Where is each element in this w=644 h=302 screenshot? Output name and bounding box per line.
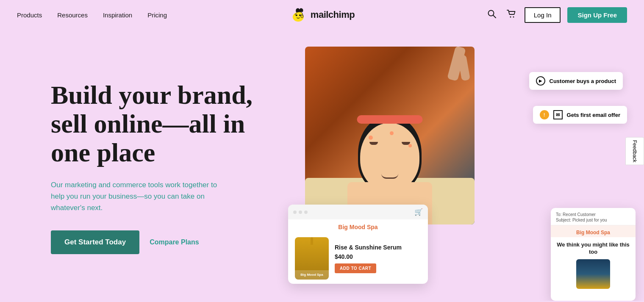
navbar: Products Resources Inspiration Pricing m… xyxy=(0,0,644,30)
email-to: To: Recent Customer xyxy=(556,212,630,217)
product-price: $40.00 xyxy=(335,253,421,260)
feedback-tab[interactable]: Feedback xyxy=(625,137,644,165)
nav-pricing[interactable]: Pricing xyxy=(147,11,167,19)
nav-right: Log In Sign Up Free xyxy=(486,7,627,23)
spa-photo xyxy=(305,47,475,224)
browser-topbar: 🛒 xyxy=(288,205,428,219)
cart-icon xyxy=(507,9,516,19)
product-bottle: Big Mood Spa xyxy=(295,237,329,280)
nav-inspiration[interactable]: Inspiration xyxy=(103,11,132,19)
customer-buys-text: Customer buys a product xyxy=(550,78,616,84)
email-icon: ✉ xyxy=(553,110,563,119)
get-started-button[interactable]: Get Started Today xyxy=(51,230,139,254)
svg-point-8 xyxy=(510,16,511,17)
face-illustration xyxy=(360,123,419,191)
email-header: To: Recent Customer Subject: Picked just… xyxy=(551,208,636,225)
email-offer-text: Gets first email offer xyxy=(567,112,620,118)
svg-line-7 xyxy=(493,15,496,18)
email-preview-card: To: Recent Customer Subject: Picked just… xyxy=(551,208,636,301)
product-name: Rise & Sunshine Serum xyxy=(335,244,421,251)
bottle-label: Big Mood Spa xyxy=(295,270,329,280)
svg-point-2 xyxy=(296,14,297,16)
svg-point-9 xyxy=(513,16,514,17)
customer-buys-card: ▶ Customer buys a product xyxy=(529,72,623,90)
compare-plans-link[interactable]: Compare Plans xyxy=(150,238,199,246)
mailchimp-logo-icon xyxy=(289,6,307,24)
browser-dot-3 xyxy=(304,211,308,214)
play-icon: ▶ xyxy=(536,76,545,86)
hero-right: ▶ Customer buys a product ! ✉ Gets first… xyxy=(288,47,627,301)
nav-products[interactable]: Products xyxy=(17,11,42,19)
svg-point-5 xyxy=(302,15,303,16)
hero-actions: Get Started Today Compare Plans xyxy=(51,230,271,254)
store-name: Big Mood Spa xyxy=(288,219,428,233)
cart-button[interactable] xyxy=(505,8,518,22)
search-button[interactable] xyxy=(486,8,498,22)
add-to-cart-button[interactable]: ADD TO CART xyxy=(335,263,376,273)
email-body: We think you might like this too xyxy=(551,237,636,296)
signup-button[interactable]: Sign Up Free xyxy=(567,7,627,23)
email-brand: Big Mood Spa xyxy=(551,225,636,237)
login-button[interactable]: Log In xyxy=(525,7,561,23)
email-body-text: We think you might like this too xyxy=(556,241,630,256)
logo[interactable]: mailchimp xyxy=(289,6,355,24)
hero-subtitle-highlight: help you run your business—so you can ta… xyxy=(51,192,205,212)
nav-left: Products Resources Inspiration Pricing xyxy=(17,11,167,19)
email-offer-card: ! ✉ Gets first email offer xyxy=(533,106,627,124)
browser-dot-1 xyxy=(293,211,297,214)
product-info: Rise & Sunshine Serum $40.00 ADD TO CART xyxy=(335,244,421,273)
warning-icon: ! xyxy=(540,110,549,119)
hero-left: Build your brand, sell online—all in one… xyxy=(51,47,271,254)
email-product-image xyxy=(576,259,610,289)
hero-subtitle-text1: Our marketing and commerce tools work to… xyxy=(51,181,217,189)
product-area: Big Mood Spa Rise & Sunshine Serum $40.0… xyxy=(288,233,428,284)
email-subject: Subject: Picked just for you xyxy=(556,218,630,222)
svg-point-3 xyxy=(299,14,301,16)
logo-text: mailchimp xyxy=(311,9,355,20)
browser-dot-2 xyxy=(299,211,302,214)
product-browser-card: 🛒 Big Mood Spa Big Mood Spa Rise & Sunsh… xyxy=(288,205,428,284)
hero-title: Build your brand, sell online—all in one… xyxy=(51,80,271,167)
hero-section: Build your brand, sell online—all in one… xyxy=(0,30,644,301)
nav-resources[interactable]: Resources xyxy=(57,11,88,19)
browser-cart-icon: 🛒 xyxy=(414,208,423,216)
hero-subtitle: Our marketing and commerce tools work to… xyxy=(51,179,229,214)
headband-illustration xyxy=(357,115,423,124)
bottle-dropper xyxy=(311,237,313,245)
search-icon xyxy=(487,9,497,19)
